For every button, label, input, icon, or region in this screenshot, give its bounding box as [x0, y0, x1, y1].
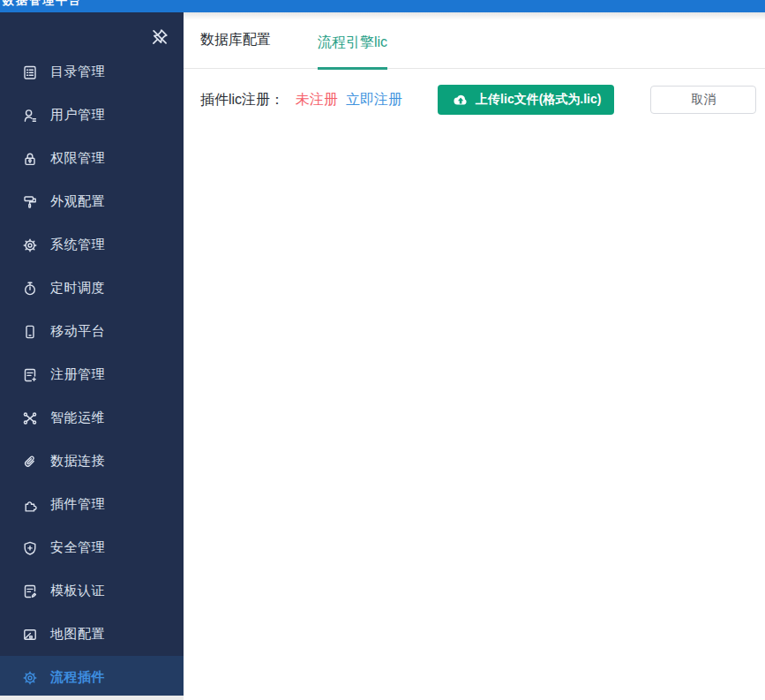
sidebar-item-permissions[interactable]: 权限管理 [0, 137, 184, 180]
timer-icon [22, 281, 38, 297]
lock-icon [22, 151, 38, 167]
app-window: 数据管理平台 目录管理 [0, 0, 765, 700]
sidebar-item-label: 模板认证 [50, 583, 105, 599]
sidebar-item-label: 安全管理 [50, 539, 105, 556]
tab-process-engine-lic[interactable]: 流程引擎lic [318, 34, 387, 70]
sidebar-item-label: 目录管理 [50, 64, 105, 80]
sidebar-item-registration[interactable]: 注册管理 [0, 353, 184, 396]
sidebar-item-label: 注册管理 [50, 366, 105, 383]
sidebar: 目录管理 用户管理 [0, 12, 184, 696]
template-doc-icon [22, 583, 38, 599]
sidebar-bottom-strip [0, 696, 184, 700]
sidebar-item-label: 插件管理 [50, 496, 105, 513]
plugin-lic-label: 插件lic注册： [200, 91, 284, 109]
cancel-button[interactable]: 取消 [650, 86, 756, 114]
cloud-upload-icon [451, 94, 469, 107]
sidebar-item-catalog[interactable]: 目录管理 [0, 50, 184, 94]
sidebar-item-plugins[interactable]: 插件管理 [0, 483, 184, 526]
sidebar-item-label: 权限管理 [50, 150, 105, 167]
paperclip-icon [22, 454, 38, 470]
sidebar-item-system[interactable]: 系统管理 [0, 223, 184, 267]
sidebar-item-label: 地图配置 [50, 626, 105, 643]
tab-database-config[interactable]: 数据库配置 [200, 31, 271, 70]
sidebar-item-label: 外观配置 [50, 193, 105, 210]
sidebar-item-label: 数据连接 [50, 453, 105, 470]
sidebar-item-process-plugin[interactable]: 流程插件 [0, 656, 184, 699]
register-now-link[interactable]: 立即注册 [346, 91, 402, 109]
puzzle-icon [22, 497, 38, 513]
sidebar-item-label: 系统管理 [50, 237, 105, 253]
plugin-lic-row: 插件lic注册： 未注册 立即注册 上传lic文件(格式为.lic) 取消 [200, 82, 765, 117]
topbar: 数据管理平台 [0, 0, 765, 12]
app-title-clipped: 数据管理平台 [3, 0, 82, 9]
upload-lic-button-label: 上传lic文件(格式为.lic) [476, 92, 601, 108]
paint-roller-icon [22, 194, 38, 210]
sidebar-item-mobile[interactable]: 移动平台 [0, 310, 184, 353]
sidebar-item-template-auth[interactable]: 模板认证 [0, 569, 184, 613]
sidebar-item-label: 用户管理 [50, 107, 105, 124]
status-unregistered: 未注册 [296, 91, 338, 109]
catalog-list-icon [22, 64, 38, 80]
process-gear-icon [22, 670, 38, 686]
sidebar-item-label: 流程插件 [50, 669, 105, 686]
tab-bar: 数据库配置 流程引擎lic [184, 12, 765, 69]
sidebar-item-appearance[interactable]: 外观配置 [0, 180, 184, 223]
sidebar-item-users[interactable]: 用户管理 [0, 94, 184, 137]
sidebar-item-label: 移动平台 [50, 323, 105, 340]
network-nodes-icon [22, 410, 38, 426]
sidebar-item-map-config[interactable]: 地图配置 [0, 613, 184, 656]
upload-lic-button[interactable]: 上传lic文件(格式为.lic) [438, 85, 614, 115]
main-content: 数据库配置 流程引擎lic 插件lic注册： 未注册 立即注册 上传lic文件(… [184, 12, 765, 700]
unpin-icon[interactable] [150, 27, 169, 47]
mobile-icon [22, 324, 38, 340]
register-doc-icon [22, 367, 38, 383]
map-image-icon [22, 627, 38, 643]
gear-icon [22, 237, 38, 253]
sidebar-menu: 目录管理 用户管理 [0, 50, 184, 699]
user-icon [22, 108, 38, 124]
sidebar-item-scheduler[interactable]: 定时调度 [0, 267, 184, 310]
sidebar-item-label: 定时调度 [50, 280, 105, 297]
sidebar-item-security[interactable]: 安全管理 [0, 526, 184, 569]
shield-plus-icon [22, 540, 38, 556]
sidebar-item-data-connections[interactable]: 数据连接 [0, 440, 184, 483]
sidebar-item-label: 智能运维 [50, 410, 105, 426]
sidebar-item-intelligent-ops[interactable]: 智能运维 [0, 396, 184, 440]
